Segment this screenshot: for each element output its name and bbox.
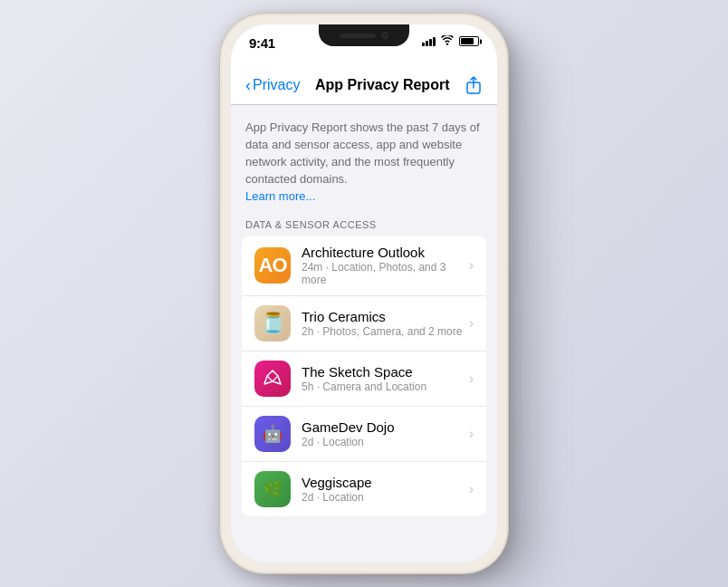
list-item[interactable]: AO Architecture Outlook 24m · Location, …: [242, 236, 486, 296]
app-icon-text: 🫙: [254, 305, 291, 342]
app-info-architecture-outlook: Architecture Outlook 24m · Location, Pho…: [302, 245, 465, 286]
app-icon-architecture-outlook: AO: [254, 247, 291, 284]
back-button[interactable]: ‹ Privacy: [245, 77, 300, 93]
chevron-right-icon: ›: [469, 257, 474, 274]
back-label: Privacy: [253, 77, 300, 93]
app-icon-text: 🤖: [263, 424, 283, 444]
list-item[interactable]: 🌿 Veggiscape 2d · Location ›: [242, 462, 486, 516]
app-icon-trio-ceramics: 🫙: [254, 305, 291, 342]
list-item[interactable]: The Sketch Space 5h · Camera and Locatio…: [242, 351, 486, 407]
chevron-left-icon: ‹: [245, 77, 251, 93]
notch-camera: [381, 32, 388, 39]
chevron-right-icon: ›: [469, 370, 474, 387]
battery-icon: [459, 36, 479, 46]
app-info-veggiscape: Veggiscape 2d · Location: [302, 475, 465, 504]
signal-bar-3: [429, 39, 432, 46]
page-title: App Privacy Report: [307, 77, 457, 93]
app-info-sketch-space: The Sketch Space 5h · Camera and Locatio…: [302, 364, 465, 393]
navigation-bar: ‹ Privacy App Privacy Report: [231, 68, 497, 105]
app-list: AO Architecture Outlook 24m · Location, …: [242, 236, 486, 516]
status-time: 9:41: [249, 35, 275, 51]
signal-bars-icon: [422, 36, 436, 46]
app-icon-sketch-space: [254, 361, 291, 397]
phone-screen: 9:41: [231, 24, 497, 563]
notch-speaker: [340, 34, 376, 38]
app-icon-text: AO: [259, 254, 287, 277]
signal-bar-1: [422, 43, 425, 46]
section-header: DATA & SENSOR ACCESS: [231, 214, 497, 236]
chevron-right-icon: ›: [469, 315, 474, 332]
wifi-icon: [441, 35, 454, 47]
share-button[interactable]: [465, 75, 483, 95]
battery-fill: [461, 38, 474, 44]
description-text: App Privacy Report shows the past 7 days…: [245, 120, 483, 188]
app-detail: 2h · Photos, Camera, and 2 more: [302, 325, 465, 338]
app-name: Architecture Outlook: [302, 245, 465, 260]
list-item[interactable]: 🤖 GameDev Dojo 2d · Location ›: [242, 407, 486, 462]
app-detail: 2d · Location: [302, 436, 465, 448]
sketch-icon-svg: [262, 368, 283, 390]
chevron-right-icon: ›: [469, 426, 474, 442]
phone-wrapper: 9:41: [219, 13, 509, 574]
learn-more-link[interactable]: Learn more...: [245, 189, 483, 203]
notch: [319, 24, 409, 46]
app-detail: 2d · Location: [302, 491, 465, 504]
app-icon-veggiscape: 🌿: [254, 471, 291, 507]
description-block: App Privacy Report shows the past 7 days…: [231, 105, 497, 214]
list-item[interactable]: 🫙 Trio Ceramics 2h · Photos, Camera, and…: [242, 296, 486, 351]
signal-bar-2: [426, 41, 428, 46]
main-content: App Privacy Report shows the past 7 days…: [231, 105, 497, 551]
chevron-right-icon: ›: [469, 481, 474, 497]
app-name: Trio Ceramics: [302, 309, 465, 324]
phone-frame: 9:41: [219, 13, 509, 574]
status-icons: [422, 35, 479, 47]
status-bar: 9:41: [231, 24, 497, 68]
app-name: The Sketch Space: [302, 364, 465, 380]
signal-bar-4: [433, 37, 436, 46]
app-info-gamedev-dojo: GameDev Dojo 2d · Location: [302, 419, 465, 448]
app-detail: 5h · Camera and Location: [302, 380, 465, 393]
app-icon-text: 🌿: [263, 479, 283, 499]
app-name: GameDev Dojo: [302, 419, 465, 435]
app-detail: 24m · Location, Photos, and 3 more: [302, 261, 465, 286]
app-icon-gamedev-dojo: 🤖: [254, 416, 291, 452]
app-info-trio-ceramics: Trio Ceramics 2h · Photos, Camera, and 2…: [302, 309, 465, 338]
app-name: Veggiscape: [302, 475, 465, 490]
